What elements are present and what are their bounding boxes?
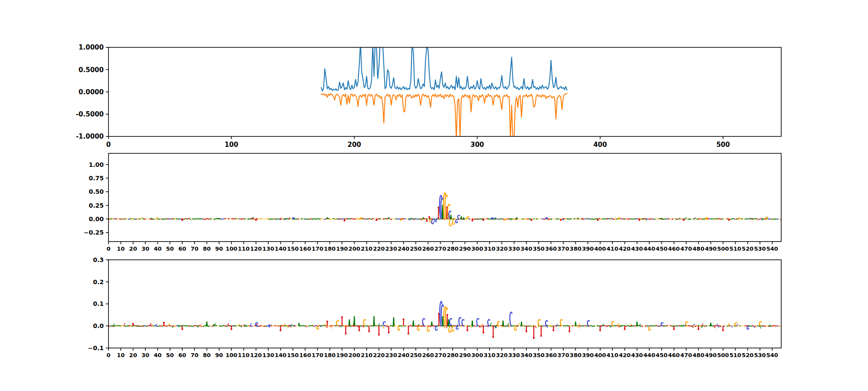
band-dash (269, 219, 271, 219)
x-tick-label: 180 (324, 352, 335, 358)
band-dash (387, 326, 388, 327)
band-dash (333, 325, 335, 326)
x-tick-label: 350 (533, 245, 545, 252)
feature-stroke (364, 320, 366, 326)
band-dash (203, 326, 205, 327)
feature-bar (298, 323, 300, 326)
band-dash (313, 218, 315, 219)
micro-stroke (727, 219, 728, 219)
band-dash (522, 219, 524, 219)
feature-pin-head (341, 316, 343, 318)
band-dash (192, 219, 194, 219)
micro-stroke (418, 326, 419, 326)
band-dash (189, 326, 191, 327)
x-tick-label: 440 (644, 245, 655, 252)
micro-stroke (257, 326, 258, 326)
band-dash (317, 218, 319, 219)
x-tick-label: 300 (471, 245, 483, 252)
band-dash (321, 325, 322, 326)
band-dash (566, 325, 568, 326)
x-tick-label: 530 (754, 245, 766, 252)
band-dash (169, 218, 171, 219)
x-tick-label: 220 (373, 352, 385, 358)
band-dash (379, 325, 381, 326)
band-dash (253, 219, 255, 219)
feature-pin-head (388, 331, 390, 333)
band-dash (631, 219, 632, 219)
band-dash (274, 325, 276, 326)
x-tick-label: 430 (631, 352, 643, 358)
band-dash (173, 325, 174, 326)
band-dash (246, 326, 247, 327)
band-dash (237, 218, 239, 219)
micro-stroke (763, 326, 764, 326)
x-tick-label: 110 (238, 245, 250, 252)
x-tick-label: 200 (348, 141, 361, 149)
x-tick-label: 70 (191, 245, 198, 252)
x-tick-label: 320 (496, 352, 508, 358)
band-dash (365, 325, 367, 326)
band-dash (297, 219, 299, 219)
x-tick-label: 450 (656, 352, 667, 358)
feature-hook (456, 219, 458, 223)
band-dash (529, 325, 531, 326)
band-dash (734, 219, 736, 219)
x-tick-label: 410 (607, 352, 618, 358)
middle-panel: 1.000.750.500.250.00−0.25010203040506070… (84, 153, 782, 252)
feature-bar (218, 218, 220, 219)
band-dash (312, 219, 313, 219)
feature-stroke (560, 320, 562, 326)
band-dash (312, 325, 313, 326)
band-dash (770, 326, 772, 327)
band-dash (773, 325, 775, 326)
band-dash (741, 218, 743, 219)
band-dash (568, 219, 570, 219)
band-dash (706, 325, 707, 326)
band-dash (542, 325, 543, 326)
band-dash (110, 325, 112, 326)
feature-pin-head (599, 329, 601, 331)
band-dash (558, 325, 559, 326)
feature-hook (435, 326, 437, 330)
x-tick-label: 40 (154, 352, 161, 358)
y-tick-label: 0.75 (89, 175, 104, 182)
feature-pin-head (426, 220, 427, 222)
band-dash (499, 219, 500, 219)
band-dash (281, 325, 283, 326)
band-dash (592, 326, 593, 327)
band-dash (543, 219, 545, 220)
band-dash (223, 325, 224, 326)
band-dash (363, 219, 365, 219)
band-dash (174, 218, 176, 219)
band-dash (756, 218, 757, 219)
band-dash (632, 219, 634, 219)
y-tick-label: -0.5000 (76, 110, 104, 118)
band-dash (745, 325, 746, 326)
x-tick-label: 330 (508, 352, 520, 358)
x-tick-label: 100 (225, 141, 238, 149)
band-dash (132, 218, 133, 219)
band-dash (604, 219, 606, 219)
band-dash (183, 325, 185, 326)
band-dash (652, 219, 654, 219)
band-dash (709, 218, 711, 219)
band-dash (251, 326, 253, 327)
band-dash (197, 218, 199, 219)
x-tick-label: 480 (693, 352, 704, 358)
band-dash (595, 218, 597, 219)
feature-strokes (132, 302, 762, 339)
x-tick-label: 200 (349, 352, 360, 358)
band-dash (221, 326, 223, 327)
band-dash (648, 219, 650, 219)
band-dash (228, 218, 230, 219)
band-dash (335, 219, 337, 219)
band-dash (294, 219, 296, 219)
x-tick-label: 480 (693, 245, 704, 252)
band-dash (558, 219, 559, 219)
band-dash (128, 219, 130, 219)
feature-stroke (336, 321, 339, 326)
band-dash (130, 325, 132, 326)
band-dash (176, 325, 178, 326)
band-dash (351, 218, 352, 219)
x-tick-label: 540 (766, 352, 778, 358)
